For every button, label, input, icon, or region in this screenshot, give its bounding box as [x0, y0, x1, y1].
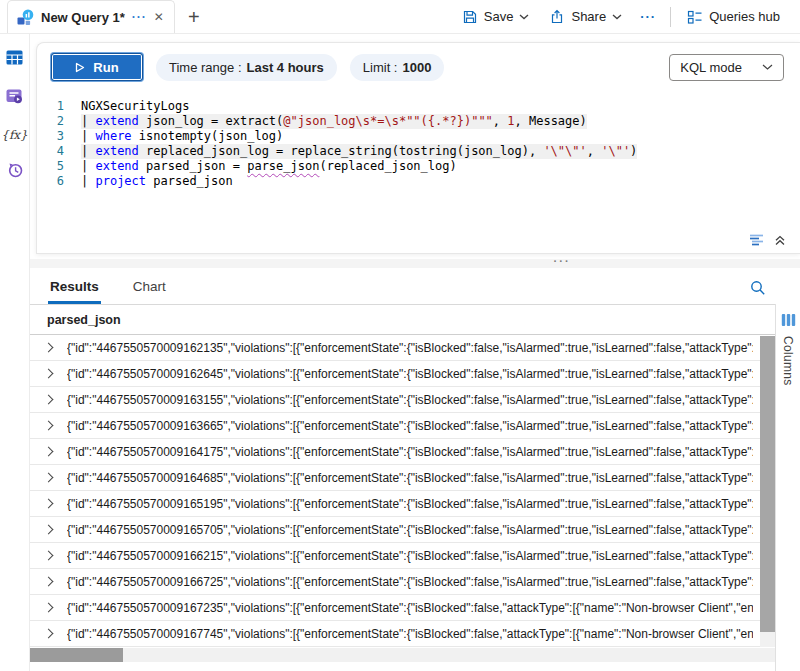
play-icon [75, 62, 85, 73]
row-expand-chevron-icon[interactable] [44, 369, 54, 379]
table-row[interactable]: {"id":"4467550570009166725","violations"… [30, 569, 775, 595]
search-icon[interactable] [750, 280, 766, 296]
chevron-down-icon [762, 64, 773, 71]
code-line[interactable]: 1NGXSecurityLogs [37, 99, 800, 114]
share-label: Share [571, 9, 606, 24]
content-column: Run Time range : Last 4 hours Limit : 10… [30, 34, 800, 671]
table-row[interactable]: {"id":"4467550570009164175","violations"… [30, 439, 775, 465]
query-toolbar: Run Time range : Last 4 hours Limit : 10… [37, 43, 800, 91]
code-text[interactable]: | extend parsed_json = parse_json(replac… [81, 159, 457, 174]
row-expand-chevron-icon[interactable] [44, 577, 54, 587]
data-table-icon[interactable] [6, 50, 23, 69]
columns-side-panel[interactable]: Columns [775, 304, 800, 671]
tab-chart[interactable]: Chart [131, 271, 168, 304]
code-line[interactable]: 4| extend replaced_json_log = replace_st… [37, 144, 800, 159]
code-line[interactable]: 3| where isnotempty(json_log) [37, 129, 800, 144]
save-icon [462, 9, 478, 25]
queries-hub-icon [687, 9, 703, 25]
table-row[interactable]: {"id":"4467550570009162645","violations"… [30, 361, 775, 387]
row-json-text: {"id":"4467550570009165705","violations"… [67, 523, 753, 537]
code-line[interactable]: 2| extend json_log = extract(@"json_log\… [37, 114, 800, 129]
dashboards-icon[interactable] [6, 89, 23, 108]
row-expand-chevron-icon[interactable] [44, 551, 54, 561]
row-expand-chevron-icon[interactable] [44, 499, 54, 509]
run-button[interactable]: Run [51, 53, 143, 81]
code-text[interactable]: | extend replaced_json_log = replace_str… [81, 144, 637, 159]
horizontal-scrollbar[interactable] [30, 648, 775, 662]
results-grid: parsed_json {"id":"4467550570009162135",… [30, 304, 775, 671]
row-expand-chevron-icon[interactable] [44, 603, 54, 613]
code-line[interactable]: 6| project parsed_json [37, 174, 800, 189]
row-expand-chevron-icon[interactable] [44, 629, 54, 639]
panel-splitter[interactable]: ··· [30, 259, 800, 268]
row-expand-chevron-icon[interactable] [44, 447, 54, 457]
table-row[interactable]: {"id":"4467550570009163155","violations"… [30, 387, 775, 413]
code-text[interactable]: | extend json_log = extract(@"json_log\s… [81, 114, 587, 129]
share-icon [549, 9, 565, 25]
top-tab-bar: New Query 1* ··· ✕ + Save Share ··· [0, 0, 800, 34]
more-actions-icon[interactable]: ··· [632, 9, 664, 24]
queries-hub-label: Queries hub [709, 9, 780, 24]
functions-icon[interactable]: {fx} [1, 128, 27, 142]
kql-mode-select[interactable]: KQL mode [669, 54, 784, 81]
time-range-label: Time range : [169, 60, 242, 75]
line-number: 6 [37, 174, 81, 189]
line-number: 2 [37, 114, 81, 129]
columns-icon [781, 313, 796, 327]
time-range-pill[interactable]: Time range : Last 4 hours [156, 54, 337, 81]
row-expand-chevron-icon[interactable] [44, 473, 54, 483]
row-json-text: {"id":"4467550570009162645","violations"… [67, 367, 753, 381]
share-button[interactable]: Share [539, 9, 632, 25]
code-text[interactable]: | project parsed_json [81, 174, 233, 189]
table-row[interactable]: {"id":"4467550570009167235","violations"… [30, 595, 775, 621]
format-results-icon[interactable] [749, 234, 765, 246]
tab-results[interactable]: Results [48, 271, 101, 304]
code-lines: 1NGXSecurityLogs2| extend json_log = ext… [37, 99, 800, 189]
top-actions: Save Share ··· Queries hub [452, 0, 800, 33]
history-icon[interactable] [7, 162, 23, 182]
query-tab[interactable]: New Query 1* ··· ✕ [7, 0, 175, 33]
vertical-scrollbar[interactable] [760, 336, 775, 647]
row-json-text: {"id":"4467550570009163665","violations"… [67, 419, 753, 433]
time-range-value: Last 4 hours [247, 60, 324, 75]
new-tab-button[interactable]: + [188, 7, 200, 27]
code-editor[interactable]: 1NGXSecurityLogs2| extend json_log = ext… [37, 91, 800, 189]
line-number: 3 [37, 129, 81, 144]
table-row[interactable]: {"id":"4467550570009162135","violations"… [30, 335, 775, 361]
kql-mode-value: KQL mode [680, 60, 742, 75]
row-expand-chevron-icon[interactable] [44, 421, 54, 431]
code-line[interactable]: 5| extend parsed_json = parse_json(repla… [37, 159, 800, 174]
save-button[interactable]: Save [452, 9, 540, 25]
row-expand-chevron-icon[interactable] [44, 395, 54, 405]
horizontal-scrollbar-thumb[interactable] [30, 648, 123, 662]
queries-hub-button[interactable]: Queries hub [677, 9, 790, 25]
tab-close-icon[interactable]: ✕ [154, 10, 164, 24]
collapse-editor-icon[interactable] [774, 234, 786, 246]
tab-more-icon[interactable]: ··· [132, 10, 147, 24]
vertical-scrollbar-thumb[interactable] [760, 336, 775, 632]
tab-title: New Query 1* [41, 10, 125, 25]
left-rail: {fx} [0, 34, 30, 671]
chevron-down-icon [612, 14, 622, 20]
row-json-text: {"id":"4467550570009166725","violations"… [67, 575, 753, 589]
table-row[interactable]: {"id":"4467550570009165705","violations"… [30, 517, 775, 543]
divider [670, 7, 671, 27]
table-row[interactable]: {"id":"4467550570009167745","violations"… [30, 621, 775, 647]
code-text[interactable]: | where isnotempty(json_log) [81, 129, 283, 144]
limit-pill[interactable]: Limit : 1000 [350, 54, 445, 81]
row-json-text: {"id":"4467550570009167235","violations"… [67, 601, 753, 615]
run-label: Run [93, 60, 118, 75]
row-expand-chevron-icon[interactable] [44, 525, 54, 535]
code-text[interactable]: NGXSecurityLogs [81, 99, 189, 114]
splitter-handle-icon[interactable]: ··· [554, 255, 571, 267]
table-row[interactable]: {"id":"4467550570009165195","violations"… [30, 491, 775, 517]
line-number: 4 [37, 144, 81, 159]
table-row[interactable]: {"id":"4467550570009164685","violations"… [30, 465, 775, 491]
column-header-parsed-json[interactable]: parsed_json [30, 305, 775, 335]
table-row[interactable]: {"id":"4467550570009163665","violations"… [30, 413, 775, 439]
row-json-text: {"id":"4467550570009166215","violations"… [67, 549, 753, 563]
row-json-text: {"id":"4467550570009162135","violations"… [67, 341, 753, 355]
row-json-text: {"id":"4467550570009167745","violations"… [67, 627, 753, 641]
row-expand-chevron-icon[interactable] [44, 343, 54, 353]
table-row[interactable]: {"id":"4467550570009166215","violations"… [30, 543, 775, 569]
